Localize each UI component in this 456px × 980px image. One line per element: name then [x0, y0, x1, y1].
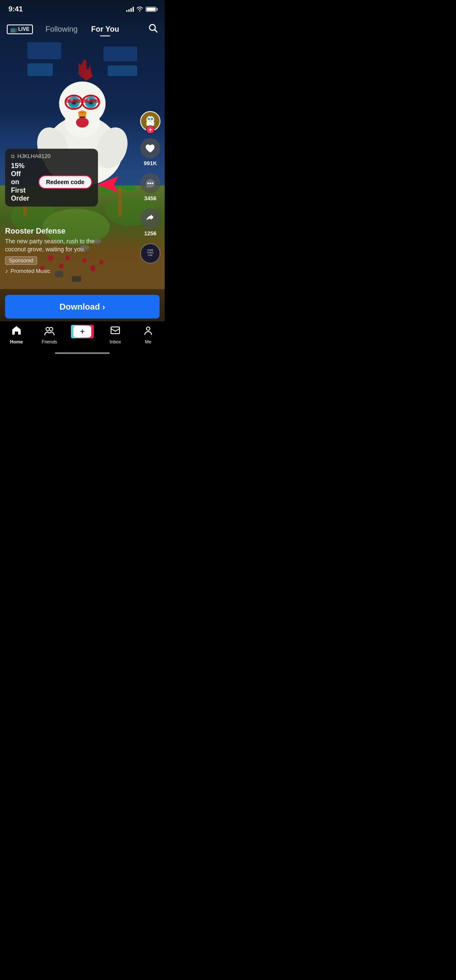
comment-button[interactable]: 3456: [140, 173, 160, 201]
battery-icon: [146, 7, 156, 12]
status-time: 9:41: [8, 5, 23, 14]
svg-point-67: [49, 327, 53, 331]
like-button[interactable]: 991K: [140, 138, 160, 166]
like-icon: [140, 138, 160, 158]
follow-plus-badge[interactable]: +: [146, 125, 155, 134]
arrow-indicator: [97, 174, 131, 200]
nav-tabs: Following For You: [46, 25, 119, 34]
sponsored-badge: Sponsored: [5, 256, 37, 265]
signal-icon: [126, 7, 134, 12]
thumbnail-text: SOME THING GRE: [141, 244, 160, 263]
like-count: 991K: [144, 160, 157, 166]
promo-banner: ⧉ HJKLHA8120 15% Off on First Order Rede…: [5, 149, 98, 207]
search-button[interactable]: [148, 23, 158, 35]
nav-friends[interactable]: Friends: [35, 325, 64, 344]
right-actions: + 991K 3456: [140, 111, 160, 264]
comment-icon: [140, 173, 160, 193]
tab-following[interactable]: Following: [46, 25, 78, 34]
promo-discount: 15% Off on First Order: [11, 162, 34, 202]
nav-header: 📺 LIVE Following For You: [0, 19, 165, 40]
home-icon: [11, 325, 22, 338]
redeem-button[interactable]: Redeem code: [38, 175, 92, 189]
inbox-icon: [110, 325, 121, 338]
profile-icon: [143, 325, 154, 338]
tab-foryou[interactable]: For You: [91, 25, 119, 34]
friends-icon: [43, 325, 55, 338]
svg-point-57: [151, 118, 153, 120]
svg-text:GRE: GRE: [148, 254, 153, 256]
create-button[interactable]: +: [72, 325, 92, 338]
content-desc: The new party season, rush to the coconu…: [5, 237, 135, 254]
friends-label: Friends: [42, 339, 57, 344]
promo-code: HJKLHA8120: [17, 153, 51, 159]
music-label: Promoted Music: [11, 268, 50, 274]
me-label: Me: [145, 339, 151, 344]
nav-me[interactable]: Me: [133, 325, 163, 344]
comment-count: 3456: [144, 195, 157, 201]
nav-create[interactable]: +: [68, 325, 97, 338]
share-count: 1256: [144, 230, 157, 237]
promo-code-row: ⧉ HJKLHA8120: [11, 153, 92, 159]
live-button[interactable]: 📺 LIVE: [7, 24, 33, 34]
download-button[interactable]: Download ›: [5, 295, 160, 318]
share-button[interactable]: 1256: [140, 208, 160, 237]
create-icon: +: [73, 325, 92, 338]
tv-icon: 📺: [10, 26, 17, 33]
music-icon: ♪: [5, 267, 8, 274]
content-title: Rooster Defense: [5, 227, 135, 236]
svg-line-53: [155, 30, 157, 33]
status-icons: [126, 6, 156, 13]
home-label: Home: [10, 339, 23, 344]
bottom-nav: Home Friends +: [0, 321, 165, 357]
wifi-icon: [136, 6, 143, 13]
content-info: Rooster Defense The new party season, ru…: [5, 227, 135, 274]
status-bar: 9:41: [0, 0, 165, 19]
svg-point-56: [148, 118, 150, 120]
live-label: LIVE: [18, 26, 30, 32]
related-video-thumbnail[interactable]: SOME THING GRE: [140, 243, 160, 264]
svg-rect-68: [111, 327, 119, 334]
inbox-label: Inbox: [110, 339, 121, 344]
nav-inbox[interactable]: Inbox: [100, 325, 130, 344]
avatar-container: +: [140, 111, 160, 131]
screen: 9:41 📺 LIVE Following For Yo: [0, 0, 165, 357]
nav-home[interactable]: Home: [2, 325, 31, 344]
promo-main-row: 15% Off on First Order Redeem code: [11, 162, 92, 202]
svg-point-66: [46, 327, 49, 331]
music-row: ♪ Promoted Music: [5, 267, 135, 274]
copy-icon: ⧉: [11, 153, 15, 159]
svg-point-69: [147, 327, 150, 330]
share-icon: [140, 208, 160, 229]
home-indicator: [55, 352, 110, 354]
download-label: Download ›: [60, 302, 105, 312]
